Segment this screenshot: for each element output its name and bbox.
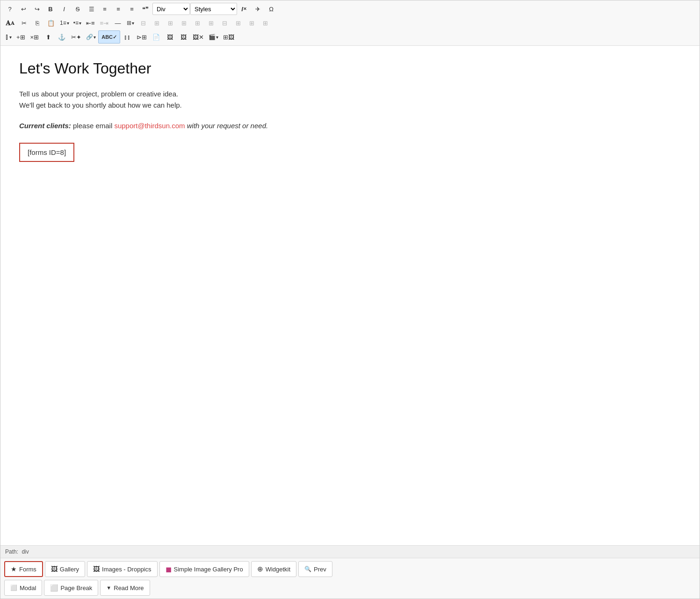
page-break-icon: ⬜ <box>50 584 58 592</box>
simple-gallery-icon <box>166 565 172 574</box>
path-label: Path: <box>5 548 18 555</box>
special-chars-button[interactable]: Ω <box>265 2 278 15</box>
columns-dropdown[interactable]: ⫿▾ <box>3 30 14 44</box>
read-more-icon <box>106 585 111 591</box>
delete-image-button[interactable]: 🖼✕ <box>190 30 206 44</box>
upload-button[interactable]: ⬆ <box>42 30 55 44</box>
plugin-forms-label: Forms <box>19 566 36 573</box>
strikethrough-button[interactable]: S <box>71 2 84 15</box>
path-value: div <box>22 548 29 555</box>
widget2-button[interactable]: ⊳⊞ <box>134 30 149 44</box>
desc-line-1: Tell us about your project, problem or c… <box>19 90 178 98</box>
video-dropdown[interactable]: 🎬▾ <box>207 30 220 44</box>
page-title: Let's Work Together <box>19 60 681 77</box>
italic-button[interactable]: I <box>58 2 71 15</box>
indent-button[interactable]: ≡⇥ <box>97 16 111 29</box>
table-btn-8[interactable]: ⊞ <box>231 16 245 29</box>
shortcode-block: [forms ID=8] <box>19 143 74 162</box>
table-btn-4[interactable]: ⊞ <box>177 16 190 29</box>
clean-button[interactable]: ✂✦ <box>69 30 84 44</box>
widget1-button[interactable]: ⫿⫿ <box>121 30 134 44</box>
content-clients-paragraph: Current clients: please email support@th… <box>19 120 681 131</box>
clear-formatting-button[interactable]: I✕ <box>238 2 251 15</box>
plugin-widgetkit-button[interactable]: Widgetkit <box>251 561 296 577</box>
toolbar-row-1: ? ↩ ↪ B I S ☰ ≡ ≡ ≡ ❝❞ Divph1h2 Styles I… <box>3 2 697 15</box>
status-bar: Path: div <box>0 545 700 558</box>
clients-email[interactable]: support@thirdsun.com <box>114 122 185 130</box>
plugin-page-break-button[interactable]: ⬜ Page Break <box>44 580 98 596</box>
redo-button[interactable]: ↪ <box>30 2 43 15</box>
table-dropdown[interactable]: ⊞▾ <box>125 16 136 29</box>
toolbar-row-2: 𝐀𝐀 ✂ ⎘ 📋 1≡▾ •≡▾ ⇤≡ ≡⇥ — ⊞▾ ⊟ ⊞ ⊞ ⊞ ⊞ ⊞ … <box>3 16 697 29</box>
align-center-button[interactable]: ≡ <box>112 2 125 15</box>
plugin-page-break-label: Page Break <box>60 584 92 592</box>
plugin-read-more-button[interactable]: Read More <box>100 580 150 596</box>
align-full-button[interactable]: ☰ <box>85 2 98 15</box>
plugin-forms-button[interactable]: Forms <box>4 561 43 577</box>
table-btn-2[interactable]: ⊞ <box>150 16 163 29</box>
image-options-button[interactable]: 🖼 <box>177 30 190 44</box>
paste-button[interactable]: 📋 <box>44 16 58 29</box>
copy-button[interactable]: ⎘ <box>31 16 44 29</box>
format-select[interactable]: Divph1h2 <box>152 3 190 15</box>
ordered-list-dropdown[interactable]: 1≡▾ <box>58 16 71 29</box>
plugin-modal-label: Modal <box>20 584 36 592</box>
clients-pretext: please email <box>71 122 115 130</box>
clients-label: Current clients: <box>19 122 71 130</box>
plugin-modal-button[interactable]: Modal <box>4 580 42 596</box>
plugin-prev-label: Prev <box>314 566 326 573</box>
plugin-bar-row2: Modal ⬜ Page Break Read More <box>0 580 700 599</box>
widgetkit-icon <box>257 565 263 573</box>
star-icon <box>11 565 17 573</box>
table-btn-9[interactable]: ⊞ <box>245 16 258 29</box>
table-btn-7[interactable]: ⊟ <box>218 16 231 29</box>
cut-button[interactable]: ✂ <box>17 16 30 29</box>
outdent-button[interactable]: ⇤≡ <box>84 16 97 29</box>
search-icon <box>304 566 311 572</box>
font-size-button[interactable]: 𝐀𝐀 <box>3 16 17 29</box>
plugin-simple-image-gallery-pro-label: Simple Image Gallery Pro <box>174 566 243 573</box>
plugin-simple-image-gallery-pro-button[interactable]: Simple Image Gallery Pro <box>159 561 249 577</box>
remove-column-button[interactable]: ×⊞ <box>28 30 42 44</box>
insert-image-button[interactable]: 🖼 <box>163 30 176 44</box>
plugin-prev-button[interactable]: Prev <box>298 561 332 577</box>
table-btn-10[interactable]: ⊞ <box>259 16 272 29</box>
plugin-gallery-button[interactable]: 🖼 Gallery <box>45 561 85 577</box>
clients-suffix: with your request or need. <box>185 122 268 130</box>
document-button[interactable]: 📄 <box>150 30 163 44</box>
plugin-images-droppics-label: Images - Droppics <box>102 566 151 573</box>
modal-icon <box>10 584 17 591</box>
styles-select[interactable]: Styles <box>190 3 237 15</box>
plugin-widgetkit-label: Widgetkit <box>266 566 290 573</box>
plugin-images-droppics-button[interactable]: 🖼 Images - Droppics <box>87 561 157 577</box>
plugin-gallery-label: Gallery <box>60 566 79 573</box>
spellcheck-active-button[interactable]: ABC✓ <box>98 30 120 44</box>
hr-button[interactable]: — <box>111 16 124 29</box>
blockquote-button[interactable]: ❝❞ <box>139 2 152 15</box>
plugin-bar: Forms 🖼 Gallery 🖼 Images - Droppics Simp… <box>0 558 700 580</box>
droppics-icon: 🖼 <box>93 565 100 573</box>
align-right-button[interactable]: ≡ <box>125 2 138 15</box>
desc-line-2: We'll get back to you shortly about how … <box>19 101 182 109</box>
table-btn-3[interactable]: ⊞ <box>164 16 177 29</box>
table-btn-6[interactable]: ⊞ <box>204 16 217 29</box>
content-description: Tell us about your project, problem or c… <box>19 88 681 111</box>
editor-wrapper: ? ↩ ↪ B I S ☰ ≡ ≡ ≡ ❝❞ Divph1h2 Styles I… <box>0 0 700 599</box>
unordered-list-dropdown[interactable]: •≡▾ <box>72 16 83 29</box>
bold-button[interactable]: B <box>44 2 57 15</box>
toolbar-container: ? ↩ ↪ B I S ☰ ≡ ≡ ≡ ❝❞ Divph1h2 Styles I… <box>0 0 700 46</box>
anchor-button[interactable]: ⚓ <box>55 30 68 44</box>
media-button[interactable]: ⊞🖼 <box>221 30 237 44</box>
content-area: Let's Work Together Tell us about your p… <box>0 46 700 545</box>
undo-button[interactable]: ↩ <box>17 2 30 15</box>
align-left-button[interactable]: ≡ <box>98 2 111 15</box>
shortcode-text: [forms ID=8] <box>28 148 66 156</box>
spellcheck-button[interactable]: ✈ <box>251 2 264 15</box>
link-dropdown[interactable]: 🔗▾ <box>84 30 98 44</box>
table-btn-1[interactable]: ⊟ <box>137 16 150 29</box>
help-button[interactable]: ? <box>3 2 16 15</box>
table-btn-5[interactable]: ⊞ <box>191 16 204 29</box>
add-column-button[interactable]: +⊞ <box>14 30 28 44</box>
toolbar-row-3: ⫿▾ +⊞ ×⊞ ⬆ ⚓ ✂✦ 🔗▾ ABC✓ ⫿⫿ ⊳⊞ 📄 🖼 🖼 🖼✕ 🎬… <box>3 30 697 44</box>
plugin-read-more-label: Read More <box>114 584 144 592</box>
